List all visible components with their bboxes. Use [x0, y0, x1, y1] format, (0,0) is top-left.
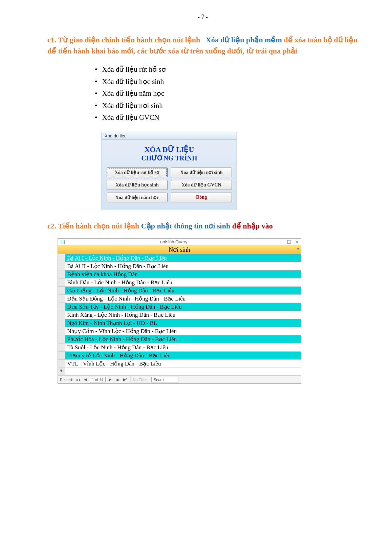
btn-xoa-hoc-sinh[interactable]: Xóa dữ liệu học sinh: [107, 180, 168, 190]
dropdown-icon[interactable]: ▾: [297, 247, 299, 251]
cell-noi-sinh[interactable]: Bệnh viện đa khoa Hồng Dân: [65, 270, 301, 278]
no-filter-label[interactable]: No Filter: [130, 377, 149, 382]
row-selector[interactable]: [58, 319, 65, 327]
delete-dialog: Xoa du lieu XÓA DỮ LIỆU CHƯƠNG TRÌNH Xóa…: [102, 132, 237, 210]
table-row[interactable]: Nhụy Cầm - Vĩnh Lộc - Hồng Dân - Bạc Liê…: [58, 327, 301, 335]
cell-noi-sinh[interactable]: Đầu Sấu Đông - Lộc Ninh - Hồng Dân - Bạc…: [65, 294, 301, 303]
table-row[interactable]: Bệnh viện đa khoa Hồng Dân: [58, 270, 301, 278]
row-selector[interactable]: [58, 351, 65, 359]
row-selector[interactable]: [58, 343, 65, 351]
heading-c2-prefix: c2. Tiến hành chọn nút lệnh: [47, 222, 139, 230]
row-selector[interactable]: [58, 335, 65, 343]
new-record-icon[interactable]: *: [58, 368, 65, 375]
record-label: Record:: [60, 378, 73, 382]
cell-noi-sinh[interactable]: Bà Ai II - Lộc Ninh - Hồng Dân - Bạc Liê…: [65, 262, 301, 270]
cell-noi-sinh[interactable]: [65, 368, 301, 375]
heading-c1: c1. Từ giao diện chính tiến hành chọn nú…: [47, 34, 358, 57]
btn-xoa-noi-sinh[interactable]: Xóa dữ liệu nơi sinh: [171, 168, 232, 177]
nav-prev-icon[interactable]: ◀: [83, 377, 88, 382]
bullet-item: Xóa dữ liệu năm học: [95, 87, 358, 99]
dialog-heading-2: CHƯƠNG TRÌNH: [107, 154, 232, 162]
cell-noi-sinh[interactable]: Trạm y tế Lộc Ninh - Hồng Dân - Bạc Liêu: [65, 351, 301, 359]
table-row[interactable]: Phước Hòa - Lộc Ninh - Hồng Dân - Bạc Li…: [58, 335, 301, 343]
table-row[interactable]: Trạm y tế Lộc Ninh - Hồng Dân - Bạc Liêu: [58, 351, 301, 359]
row-selector[interactable]: [58, 294, 65, 303]
access-datasheet-window: noisinh Query − ☐ ✕ Nơi sinh ▾ Bà Ai I -…: [58, 238, 301, 384]
record-counter[interactable]: 1 of 14: [90, 377, 106, 382]
row-selector[interactable]: [58, 311, 65, 319]
row-selector[interactable]: [58, 286, 65, 294]
table-row[interactable]: Ngô Kim - Ninh Thạnh Lợi - HD - BL: [58, 319, 301, 327]
btn-xoa-rut-ho-so[interactable]: Xóa dữ liệu rút hồ sơ: [107, 168, 168, 177]
heading-c1-command: Xóa dữ liệu phần mềm: [206, 36, 282, 44]
dialog-heading-1: XÓA DỮ LIỆU: [107, 145, 232, 154]
cell-noi-sinh[interactable]: Tà Suôl - Lộc Ninh - Hồng Dân - Bạc Liêu: [65, 343, 301, 351]
cell-noi-sinh[interactable]: Phước Hòa - Lộc Ninh - Hồng Dân - Bạc Li…: [65, 335, 301, 343]
bullet-item: Xóa dữ liệu GVCN: [95, 111, 358, 124]
row-selector[interactable]: [58, 270, 65, 278]
nav-first-icon[interactable]: ⏮: [75, 378, 81, 382]
table-row[interactable]: Bà Ai I - Lộc Ninh - Hồng Dân - Bạc Liêu: [58, 254, 301, 262]
bullet-list: Xóa dữ liệu rút hồ sơ Xóa dữ liệu học si…: [95, 63, 358, 124]
bullet-item: Xóa dữ liệu nơi sinh: [95, 99, 358, 112]
cell-noi-sinh[interactable]: Nhụy Cầm - Vĩnh Lộc - Hồng Dân - Bạc Liê…: [65, 327, 301, 335]
table-row[interactable]: Kinh Xáng - Lộc Ninh - Hồng Dân - Bạc Li…: [58, 311, 301, 319]
cell-noi-sinh[interactable]: Kinh Xáng - Lộc Ninh - Hồng Dân - Bạc Li…: [65, 311, 301, 319]
dialog-titlebar[interactable]: Xoa du lieu: [102, 132, 237, 140]
row-selector[interactable]: [58, 327, 65, 335]
row-selector[interactable]: [58, 359, 65, 368]
nav-new-icon[interactable]: ▶*: [122, 377, 128, 382]
search-input[interactable]: Search: [151, 377, 178, 382]
cell-noi-sinh[interactable]: VTL - Vĩnh Lộc - Hồng Dân - Bạc Liêu: [65, 359, 301, 368]
heading-c2-command: Cập nhật thông tin nơi sinh: [141, 222, 230, 230]
table-row[interactable]: Bình Dân - Lộc Ninh - Hồng Dân - Bạc Liê…: [58, 278, 301, 286]
bullet-item: Xóa dữ liệu học sinh: [95, 75, 358, 88]
heading-c1-prefix: c1. Từ giao diện chính tiến hành chọn nú…: [47, 36, 200, 44]
table-row[interactable]: Đầu Sấu Tây - Lộc Ninh - Hồng Dân - Bạc …: [58, 303, 301, 311]
datasheet-icon: [60, 240, 65, 244]
page-number: - 7 -: [47, 14, 358, 21]
maximize-icon[interactable]: ☐: [287, 239, 291, 245]
btn-xoa-nam-hoc[interactable]: Xóa dữ liệu năm học: [107, 193, 168, 202]
btn-dong[interactable]: Đóng: [171, 193, 232, 202]
btn-xoa-gvcn[interactable]: Xóa dữ liệu GVCN: [171, 180, 232, 190]
window-titlebar[interactable]: noisinh Query − ☐ ✕: [58, 239, 301, 246]
window-title: noisinh Query: [67, 239, 281, 244]
heading-c2: c2. Tiến hành chọn nút lệnh Cập nhật thô…: [47, 220, 358, 231]
minimize-icon[interactable]: −: [281, 239, 284, 245]
table-row[interactable]: Đầu Sấu Đông - Lộc Ninh - Hồng Dân - Bạc…: [58, 294, 301, 303]
cell-noi-sinh[interactable]: Ngô Kim - Ninh Thạnh Lợi - HD - BL: [65, 319, 301, 327]
heading-c2-suffix: để nhập vào: [232, 222, 273, 230]
table-row[interactable]: Tà Suôl - Lộc Ninh - Hồng Dân - Bạc Liêu: [58, 343, 301, 351]
bullet-item: Xóa dữ liệu rút hồ sơ: [95, 63, 358, 75]
cell-noi-sinh[interactable]: Bình Dân - Lộc Ninh - Hồng Dân - Bạc Liê…: [65, 278, 301, 286]
cell-noi-sinh[interactable]: Cai Giảng - Lộc Ninh - Hồng Dân - Bạc Li…: [65, 286, 301, 294]
nav-next-icon[interactable]: ▶: [108, 377, 112, 382]
record-navigator: Record: ⏮ ◀ 1 of 14 ▶ ⏭ ▶* No Filter Sea…: [58, 376, 301, 383]
table-row[interactable]: VTL - Vĩnh Lộc - Hồng Dân - Bạc Liêu: [58, 359, 301, 368]
row-selector[interactable]: [58, 262, 65, 270]
row-selector[interactable]: [58, 278, 65, 286]
column-header-noi-sinh[interactable]: Nơi sinh ▾: [58, 246, 301, 254]
column-header-label: Nơi sinh: [169, 246, 190, 253]
row-selector[interactable]: [58, 303, 65, 311]
new-record-row[interactable]: *: [58, 368, 301, 375]
table-row[interactable]: Cai Giảng - Lộc Ninh - Hồng Dân - Bạc Li…: [58, 286, 301, 294]
nav-last-icon[interactable]: ⏭: [114, 378, 120, 382]
close-icon[interactable]: ✕: [295, 239, 299, 245]
cell-noi-sinh[interactable]: Bà Ai I - Lộc Ninh - Hồng Dân - Bạc Liêu: [65, 254, 301, 262]
row-selector[interactable]: [58, 254, 65, 262]
cell-noi-sinh[interactable]: Đầu Sấu Tây - Lộc Ninh - Hồng Dân - Bạc …: [65, 303, 301, 311]
table-row[interactable]: Bà Ai II - Lộc Ninh - Hồng Dân - Bạc Liê…: [58, 262, 301, 270]
datasheet-table: Bà Ai I - Lộc Ninh - Hồng Dân - Bạc Liêu…: [58, 254, 301, 376]
